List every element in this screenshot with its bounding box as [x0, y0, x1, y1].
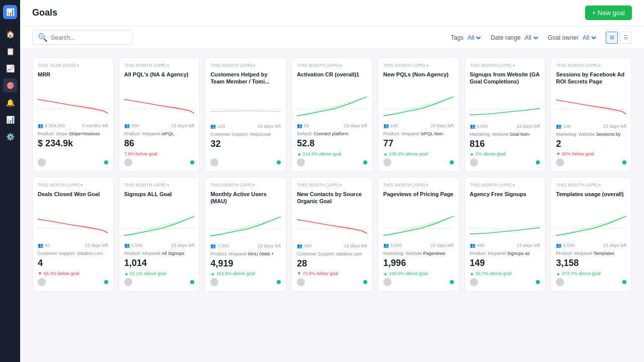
goal-card[interactable]: THIS MONTH (APR) ▾ New Contacts by Sourc… [291, 177, 373, 292]
card-period: THIS MONTH (APR) ▾ [383, 63, 454, 68]
chevron-down-icon[interactable]: ▾ [513, 63, 515, 68]
avatar-row [297, 278, 305, 286]
card-footer [470, 278, 540, 286]
avatar-row [383, 278, 391, 286]
list-view-button[interactable]: ☰ [620, 32, 632, 44]
card-change: ▲ 2% above goal [470, 151, 540, 156]
goal-card[interactable]: THIS YEAR (2020) ▾ MRR 👥 $ 253,000 9 mon… [32, 57, 114, 172]
chevron-down-icon[interactable]: ▾ [426, 183, 428, 188]
card-change: ▲ 52.1% above goal [124, 271, 195, 276]
new-goal-button[interactable]: + New goal [585, 6, 632, 20]
card-chart [124, 89, 195, 119]
card-source: Default: Connect platform [297, 131, 367, 136]
chevron-down-icon[interactable]: ▾ [167, 183, 169, 188]
status-dot [277, 160, 281, 164]
chevron-down-icon[interactable]: ▾ [513, 183, 515, 188]
sidebar-icon-dashboard[interactable]: 📋 [3, 44, 17, 58]
chevron-down-icon[interactable]: ▾ [599, 183, 601, 188]
sidebar-icon-home[interactable]: 🏠 [3, 27, 17, 41]
goal-card[interactable]: THIS MONTH (APR) ▾ Activation CR (overal… [291, 57, 373, 172]
sidebar: 📊 🏠 📋 📈 🎯 🔔 📊 ⚙️ [0, 0, 20, 362]
card-meta: 👥 100 23 days left [556, 124, 626, 129]
avatar-row [124, 278, 132, 286]
card-value: 28 [297, 258, 367, 269]
card-footer [556, 158, 626, 166]
card-change: ▼ 90% below goal [556, 151, 626, 156]
status-dot [190, 160, 194, 164]
card-source: Marketing: Website Goal Non- [470, 132, 540, 137]
search-box[interactable]: 🔍 [32, 30, 133, 45]
topbar-actions: + New goal [585, 6, 632, 20]
chevron-down-icon[interactable]: ▾ [340, 63, 342, 68]
tags-select[interactable]: All [465, 34, 482, 42]
goal-card[interactable]: THIS MONTH (APR) ▾ New PQLs (Non-Agency)… [378, 57, 459, 172]
card-value: 4,919 [210, 258, 281, 269]
card-change: ▲ 373.7% above goal [556, 271, 626, 276]
goal-card[interactable]: THIS MONTH (APR) ▾ Deals Closed Won Goal… [32, 177, 114, 292]
card-target: 👥 65 [297, 123, 309, 128]
avatar [383, 158, 391, 166]
goal-card[interactable]: THIS MONTH (APR) ▾ Templates usage (over… [550, 177, 632, 292]
goal-card[interactable]: THIS MONTH (APR) ▾ All PQL's (NA & Agenc… [119, 57, 200, 172]
card-target: 👥 60 [38, 243, 50, 248]
chevron-down-icon[interactable]: ▾ [77, 63, 79, 68]
card-target: 👥 2,500 [556, 243, 575, 248]
card-source: Customer Support: HelpScout [210, 132, 281, 137]
card-change: ▲ 149.5% above goal [383, 271, 454, 276]
goal-card[interactable]: THIS MONTH (APR) ▾ Signups ALL Goal 👥 2,… [119, 177, 200, 292]
card-target: 👥 2,500 [124, 243, 143, 248]
card-chart [210, 89, 281, 120]
card-meta: 👥 3,000 23 days left [470, 124, 540, 129]
card-meta: 👥 140 23 days left [383, 123, 454, 128]
chevron-down-icon[interactable]: ▾ [253, 183, 255, 188]
search-icon: 🔍 [38, 33, 48, 42]
avatar-row [383, 158, 391, 166]
card-meta: 👥 400 23 days left [470, 243, 540, 248]
avatar [38, 278, 46, 286]
chevron-down-icon[interactable]: ▾ [253, 63, 255, 68]
card-title: Monthly Active Users (MAU) [210, 191, 281, 205]
goal-card[interactable]: THIS MONTH (APR) ▾ Customers Helped by T… [205, 57, 286, 172]
chevron-down-icon[interactable]: ▾ [599, 63, 601, 68]
search-input[interactable] [51, 34, 127, 41]
card-period: THIS MONTH (APR) ▾ [383, 183, 454, 188]
sidebar-icon-goals[interactable]: 🎯 [3, 78, 17, 93]
card-source: Customer Support: databox.com [297, 251, 367, 256]
avatar-row [556, 158, 564, 166]
card-change: ▲ 163.5% above goal [210, 271, 281, 276]
goal-card[interactable]: THIS MONTH (APR) ▾ Sessions by Facebook … [550, 57, 632, 172]
goal-card[interactable]: THIS MONTH (APR) ▾ Signups from Website … [464, 57, 546, 172]
goal-card[interactable]: THIS MONTH (APR) ▾ Monthly Active Users … [205, 177, 286, 292]
card-target: 👥 120 [210, 124, 225, 129]
topbar: Goals + New goal [20, 0, 644, 26]
chevron-down-icon[interactable]: ▾ [167, 63, 169, 68]
card-value: 1,014 [124, 258, 195, 269]
date-range-label: Date range [491, 34, 520, 41]
sidebar-icon-metrics[interactable]: 📈 [3, 61, 17, 75]
grid-view-button[interactable]: ⊞ [606, 32, 618, 44]
status-dot [104, 280, 108, 284]
chevron-down-icon[interactable]: ▾ [340, 183, 342, 188]
page-title: Goals [32, 8, 57, 18]
status-dot [536, 160, 540, 164]
goal-card[interactable]: THIS MONTH (APR) ▾ Pageviews of Pricing … [378, 177, 459, 292]
card-title: All PQL's (NA & Agency) [124, 71, 195, 85]
card-value: 3,158 [556, 258, 626, 269]
sidebar-icon-alerts[interactable]: 🔔 [3, 96, 17, 110]
card-footer [210, 278, 281, 286]
date-range-select[interactable]: All [523, 34, 540, 42]
card-value: 4 [38, 258, 108, 269]
card-source: Product: Stripe Stripe+Invoices [38, 131, 108, 136]
filterbar: 🔍 Tags All Date range All Goal owner All [20, 26, 644, 49]
chevron-down-icon[interactable]: ▾ [426, 63, 428, 68]
avatar [210, 158, 218, 166]
goal-owner-label: Goal owner [548, 34, 579, 41]
card-meta: 👥 350 23 days left [124, 123, 195, 128]
sidebar-icon-settings[interactable]: ⚙️ [3, 130, 17, 144]
goal-owner-select[interactable]: All [581, 34, 598, 42]
card-value: 149 [470, 258, 540, 269]
sidebar-icon-reports[interactable]: 📊 [3, 113, 17, 127]
goal-card[interactable]: THIS MONTH (APR) ▾ Agency Free Signups 👥… [464, 177, 546, 292]
chevron-down-icon[interactable]: ▾ [80, 183, 83, 188]
card-chart [470, 209, 540, 239]
